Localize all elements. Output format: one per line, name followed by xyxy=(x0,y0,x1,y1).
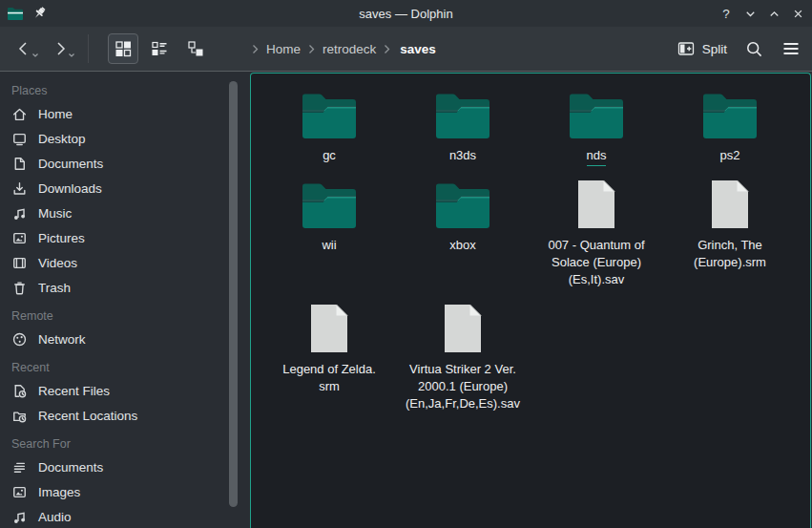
file-item-label: Grinch, The(Europe).srm xyxy=(694,237,766,271)
file-item-label: 007 - Quantum ofSolace (Europe)(Es,It).s… xyxy=(548,237,644,288)
sidebar-scrollbar[interactable] xyxy=(229,81,238,507)
sidebar-item[interactable]: Audio xyxy=(0,505,240,528)
sidebar-item-label: Home xyxy=(38,107,73,121)
main-area: Places Home Desktop xyxy=(0,72,812,528)
sidebar-item[interactable]: Downloads xyxy=(0,177,240,201)
sidebar-item-label: Recent Locations xyxy=(38,409,137,423)
folder-icon xyxy=(568,87,625,140)
sidebar-item[interactable]: Documents xyxy=(0,152,240,177)
images-icon xyxy=(11,484,28,500)
sidebar-section: Places Home Desktop xyxy=(0,75,240,301)
sidebar-item[interactable]: Recent Locations xyxy=(0,404,240,429)
home-icon xyxy=(11,106,28,122)
sidebar-item-label: Music xyxy=(38,206,72,221)
file-item-label: Legend of Zelda.srm xyxy=(282,361,376,395)
sidebar-item-label: Images xyxy=(38,485,80,499)
file-item[interactable]: nds xyxy=(530,87,663,177)
window-title: saves — Dolphin xyxy=(0,7,812,21)
sidebar-item-label: Documents xyxy=(38,460,103,475)
file-item-label: nds xyxy=(587,147,607,166)
sidebar-item-label: Downloads xyxy=(38,181,102,196)
sidebar-item[interactable]: Recent Files xyxy=(0,379,240,404)
icons-view-button[interactable] xyxy=(108,33,138,64)
split-button-label: Split xyxy=(702,42,727,56)
file-item-label: gc xyxy=(323,147,336,164)
split-button[interactable]: Split xyxy=(677,41,727,56)
close-button[interactable] xyxy=(790,6,805,21)
document-icon xyxy=(11,156,28,172)
folder-icon xyxy=(301,87,358,140)
breadcrumb-item-home[interactable]: Home xyxy=(266,42,301,56)
minimize-button[interactable] xyxy=(742,6,758,21)
titlebar[interactable]: saves — Dolphin ? xyxy=(0,0,812,27)
trash-icon xyxy=(11,280,28,296)
sidebar-item[interactable]: Pictures xyxy=(0,226,240,251)
sidebar-item-label: Trash xyxy=(38,281,71,295)
split-view-icon xyxy=(677,41,695,56)
pin-icon[interactable] xyxy=(32,6,48,21)
file-item[interactable]: gc xyxy=(262,87,396,177)
breadcrumb-current[interactable]: saves xyxy=(400,42,436,56)
forward-history-caret-icon[interactable] xyxy=(68,45,75,62)
file-icon xyxy=(443,301,483,354)
folder-icon xyxy=(434,87,491,140)
window-controls: ? xyxy=(718,0,805,27)
file-item[interactable]: ps2 xyxy=(663,87,797,177)
file-item-label: wii xyxy=(322,237,336,254)
breadcrumb-item-retrodeck[interactable]: retrodeck xyxy=(323,42,376,56)
toolbar-separator xyxy=(88,34,89,63)
details-view-button[interactable] xyxy=(144,33,175,64)
folder-icon xyxy=(434,177,491,230)
sidebar-section-header: Remote xyxy=(0,301,240,327)
back-history-caret-icon[interactable] xyxy=(31,45,39,62)
file-icon xyxy=(710,177,750,230)
sidebar-section: Recent Recent Files xyxy=(0,352,240,429)
file-item[interactable]: xbox xyxy=(396,177,530,301)
toolbar: Home retrodeck saves Split xyxy=(0,27,812,72)
toolbar-right: Split xyxy=(677,27,801,71)
hamburger-menu-button[interactable] xyxy=(781,40,801,57)
file-item[interactable]: Virtua Striker 2 Ver.2000.1 (Europe)(En,… xyxy=(396,301,530,412)
help-button[interactable]: ? xyxy=(718,6,734,21)
pictures-icon xyxy=(11,230,28,246)
folder-icon xyxy=(701,87,759,140)
sidebar-item[interactable]: Documents xyxy=(0,455,240,480)
sidebar-item[interactable]: Desktop xyxy=(0,127,240,152)
file-item[interactable]: n3ds xyxy=(396,87,530,177)
folder-view[interactable]: gc n3ds nds xyxy=(250,73,811,528)
sidebar-section-header: Search For xyxy=(0,429,240,455)
sidebar-item[interactable]: Images xyxy=(0,480,240,505)
breadcrumb: Home retrodeck saves xyxy=(252,27,436,71)
file-item-label: ps2 xyxy=(720,147,740,164)
sidebar-item[interactable]: Home xyxy=(0,102,240,127)
navigation-buttons xyxy=(0,33,211,64)
sidebar-item[interactable]: Music xyxy=(0,201,240,226)
recent-files-icon xyxy=(11,383,28,399)
file-item[interactable]: 007 - Quantum ofSolace (Europe)(Es,It).s… xyxy=(530,177,663,301)
places-panel: Places Home Desktop xyxy=(0,72,240,528)
sidebar-item[interactable]: Network xyxy=(0,327,240,352)
sidebar-item[interactable]: Trash xyxy=(0,276,240,301)
file-item[interactable]: wii xyxy=(262,177,396,301)
file-item[interactable]: Legend of Zelda.srm xyxy=(262,301,396,412)
file-item[interactable]: Grinch, The(Europe).srm xyxy=(663,177,797,301)
dolphin-window: saves — Dolphin ? xyxy=(0,0,812,528)
back-button[interactable] xyxy=(11,34,36,63)
sidebar-section: Remote Network xyxy=(0,301,240,352)
downloads-icon xyxy=(11,180,28,197)
music-icon xyxy=(11,205,28,222)
chevron-right-icon xyxy=(308,44,315,54)
sidebar-item[interactable]: Videos xyxy=(0,251,240,276)
recent-locations-icon xyxy=(11,408,28,424)
sidebar-item-label: Recent Files xyxy=(38,384,110,398)
sidebar-item-label: Pictures xyxy=(38,231,85,245)
file-item-label: xbox xyxy=(449,237,475,254)
file-item-label: Virtua Striker 2 Ver.2000.1 (Europe)(En,… xyxy=(406,361,520,412)
forward-button[interactable] xyxy=(48,34,73,63)
maximize-button[interactable] xyxy=(766,6,781,21)
tree-view-button[interactable] xyxy=(180,33,211,64)
audio-icon xyxy=(11,509,28,525)
sidebar-item-label: Documents xyxy=(38,157,103,171)
search-button[interactable] xyxy=(745,40,763,58)
chevron-right-icon[interactable] xyxy=(252,44,259,54)
